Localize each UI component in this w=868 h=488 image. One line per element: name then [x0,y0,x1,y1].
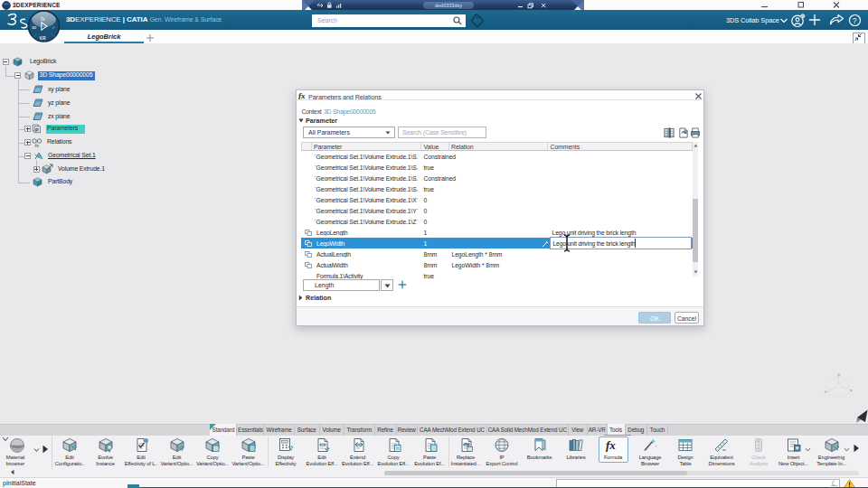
svg-text:P: P [35,127,39,133]
svg-text:fx: fx [35,143,40,148]
svg-text:?: ? [853,16,857,25]
svg-text:3D: 3D [32,25,36,30]
svg-text:V.R: V.R [40,36,47,41]
svg-text:7x: 7x [41,17,46,22]
svg-text:=: = [722,447,726,453]
